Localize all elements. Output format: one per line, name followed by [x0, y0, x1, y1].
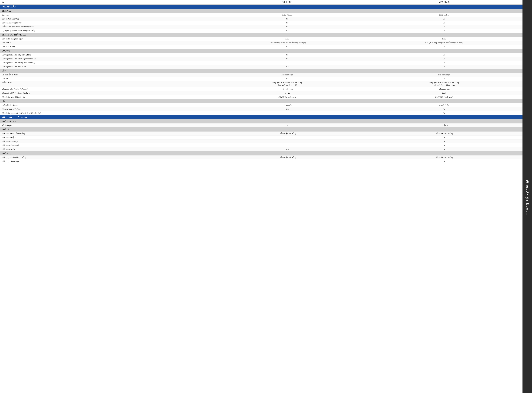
spec-table: Xe VF 9 ECO VF 9 PLUS NGOẠI THẤTĐÈN PHAĐ… — [0, 0, 522, 163]
feature-name-cell: Đèn chiếu sáng ban ngày — [0, 37, 209, 41]
data-row: Ghế phụ có massageCó — [0, 159, 522, 163]
feature-name-cell: Đèn chiếu sáng khi mở cửa — [0, 95, 209, 99]
sub-header-cell: GHẾ PHỤ — [0, 151, 522, 156]
sub-header-cell: ĐÈN PHA — [0, 9, 522, 13]
feature-name-cell: Gương chiếu hậu: tự động chỉnh khi lùi — [0, 57, 209, 61]
feature-name-cell: Điều khiển góc chiếu pha thông minh — [0, 25, 209, 29]
feature-name-cell: Cơ chế lẫy mở cửa — [0, 73, 209, 77]
feature-name-cell: Gương chiếu hậu: sấy mặt gương — [0, 53, 209, 57]
sub-header-cell: GƯƠNG — [0, 49, 522, 53]
feature-value-cell: 7 hoặc 6 — [366, 123, 522, 128]
data-row: Ghế phụ - điều chỉnh hướngChỉnh điện 6 h… — [0, 155, 522, 159]
right-sidebar: Thông số kỹ thuật. — [522, 0, 532, 393]
feature-name-cell: Số chỗ ngồi — [0, 123, 209, 128]
data-row: Điều khiển góc chiếu pha thông minhCóCó — [0, 25, 522, 29]
feature-name-cell: Ghế lái có thông gió — [0, 143, 209, 147]
data-row: Cơ chế lẫy mở cửaNút bấm điệnNút bấm điệ… — [0, 73, 522, 77]
feature-value-cell: Có — [366, 107, 522, 111]
sub-header-row: GƯƠNG — [0, 49, 522, 53]
data-row: Đèn chiếu logo mặt dưỡng (cảm biến đá cố… — [0, 111, 522, 115]
feature-name-cell: Đèn chào mừng — [0, 45, 209, 49]
feature-value-cell: Có — [366, 53, 522, 57]
feature-name-cell: Đèn pha tự động bật/tắt — [0, 21, 209, 25]
feature-value-cell: Có — [366, 29, 522, 33]
feature-value-cell — [209, 139, 366, 143]
feature-value-cell: Có — [366, 21, 522, 25]
feature-value-cell: Chỉnh điện — [209, 103, 366, 107]
feature-value-cell: Có — [209, 65, 366, 69]
feature-name-cell: Gương chiếu hậu: chống chói tự động — [0, 61, 209, 65]
sub-header-cell: ĐÈN NGOẠI THẤT KHÁC — [0, 33, 522, 37]
sidebar-text: Thông số kỹ thuật. — [525, 178, 529, 215]
feature-value-cell: Có — [209, 29, 366, 33]
feature-value-cell: Chỉnh điện — [366, 103, 522, 107]
feature-value-cell: 7 — [209, 123, 366, 128]
feature-name-cell: Ghế lái có sưởi — [0, 147, 209, 151]
feature-value-cell: LED, tích hợp cùng đèn chiếu sáng ban ng… — [209, 41, 366, 45]
table-header-row: Xe VF 9 ECO VF 9 PLUS — [0, 0, 522, 5]
feature-name-cell: Kính cửa sổ màu đen (riêng tư) — [0, 87, 209, 91]
data-row: Ghế lái nhớ vị tríCó — [0, 136, 522, 139]
data-row: Đèn phaLED MatrixLED Matrix — [0, 13, 522, 17]
feature-value-cell: Có — [366, 17, 522, 21]
feature-name-cell: Cửa hít — [0, 77, 209, 81]
feature-value-cell: LED, tích hợp cùng đèn chiếu sáng ban ng… — [366, 41, 522, 45]
sub-header-row: CỬA — [0, 69, 522, 73]
section-header-row: NỘI THẤT & TIỆN NGHI — [0, 115, 522, 119]
feature-value-cell — [209, 61, 366, 65]
feature-value-cell: Hàng ghế trước: kính cách âm 2 lớpHàng g… — [366, 81, 522, 87]
sub-header-row: GHẾ PHỤ — [0, 151, 522, 156]
feature-value-cell: LED Matrix — [209, 13, 366, 17]
feature-value-cell: Có — [209, 57, 366, 61]
feature-name-cell: Ghế lái nhớ vị trí — [0, 136, 209, 139]
sub-header-cell: GHẾ TOÀN XE — [0, 119, 522, 123]
feature-value-cell: Có — [209, 77, 366, 81]
data-row: Tự động quay góc chiếu đèn (Đèn liếc)CóC… — [0, 29, 522, 33]
feature-value-cell: Có — [209, 25, 366, 29]
data-row: Ghế lái - điều chỉnh hướngChỉnh điện 8 h… — [0, 132, 522, 136]
sub-header-cell: GHẾ LÁI — [0, 128, 522, 132]
feature-value-cell: Có — [209, 21, 366, 25]
feature-value-cell: Nút bấm điện — [209, 73, 366, 77]
feature-value-cell: Có — [366, 25, 522, 29]
main-content: Xe VF 9 ECO VF 9 PLUS NGOẠI THẤTĐÈN PHAĐ… — [0, 0, 522, 393]
feature-value-cell: Có — [209, 147, 366, 151]
feature-value-cell: Có — [209, 45, 366, 49]
sub-header-row: GHẾ TOÀN XE — [0, 119, 522, 123]
feature-name-cell: Kính cửa sổ lên/xuống một chạm — [0, 91, 209, 95]
feature-name-cell: Ghế phụ - điều chỉnh hướng — [0, 155, 209, 159]
feature-value-cell: Có — [209, 53, 366, 57]
section-header-row: NGOẠI THẤT — [0, 5, 522, 9]
section-header-cell: NỘI THẤT & TIỆN NGHI — [0, 115, 522, 119]
data-row: Gương chiếu hậu: nhớ vị tríCóCó — [0, 65, 522, 69]
col-xe: Xe — [0, 0, 209, 5]
data-row: Đèn chiếu sáng khi mở cửaCó (Chiếu hình … — [0, 95, 522, 99]
feature-value-cell: Có — [366, 147, 522, 151]
feature-value-cell — [209, 111, 366, 115]
feature-value-cell: Có — [366, 159, 522, 163]
feature-name-cell: Đèn chiếu logo mặt dưỡng (cảm biến đá cố… — [0, 111, 209, 115]
feature-value-cell: Có — [366, 57, 522, 61]
data-row: Đèn chiếu sáng ban ngàyLEDLED — [0, 37, 522, 41]
sub-header-row: CỐP — [0, 99, 522, 103]
sub-header-cell: CỬA — [0, 69, 522, 73]
feature-value-cell: 4 cửa — [209, 91, 366, 95]
data-row: Điều chỉnh cốp sauChỉnh điệnChỉnh điện — [0, 103, 522, 107]
feature-value-cell: Có — [366, 139, 522, 143]
data-row: Kính cửa sổ lên/xuống một chạm4 cửa4 cửa — [0, 91, 522, 95]
data-row: Đèn chào mừngCóCó — [0, 45, 522, 49]
feature-name-cell: Gương chiếu hậu: nhớ vị trí — [0, 65, 209, 69]
data-row: Đóng/Mở cốp đá chânCóCó — [0, 107, 522, 111]
feature-value-cell: Chỉnh điện 10 hướng — [366, 155, 522, 159]
data-row: Đèn chờ dẫn đườngCóCó — [0, 17, 522, 21]
feature-name-cell: Ghế lái có massage — [0, 139, 209, 143]
feature-value-cell: Kính đen mờ — [366, 87, 522, 91]
feature-name-cell: Đèn pha — [0, 13, 209, 17]
sub-header-row: ĐÈN PHA — [0, 9, 522, 13]
feature-name-cell: Điều chỉnh cốp sau — [0, 103, 209, 107]
data-row: Gương chiếu hậu: sấy mặt gươngCóCó — [0, 53, 522, 57]
feature-value-cell: Nút bấm điện — [366, 73, 522, 77]
feature-value-cell: Chỉnh điện 6 hướng — [209, 155, 366, 159]
feature-value-cell: LED — [209, 37, 366, 41]
feature-value-cell: Có — [366, 77, 522, 81]
